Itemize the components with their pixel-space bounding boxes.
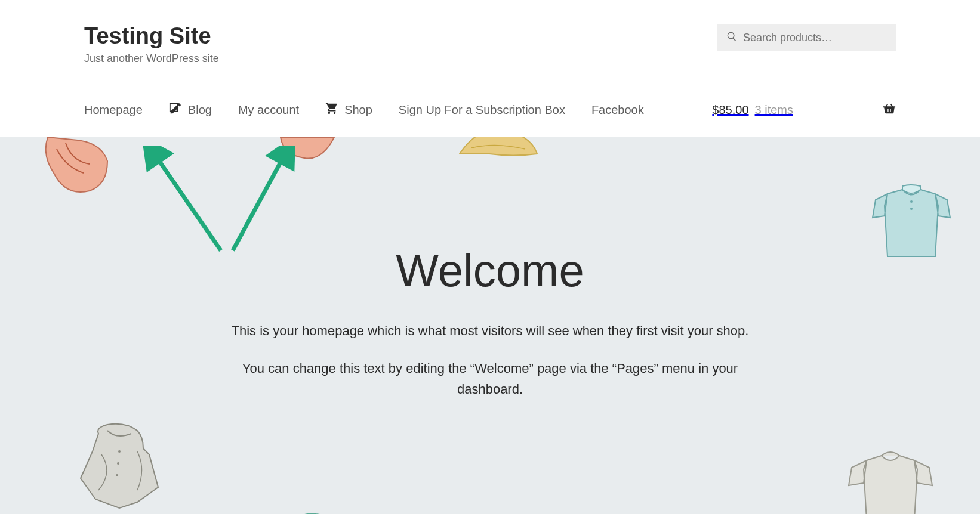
hero-title: Welcome (0, 245, 980, 296)
svg-point-3 (118, 450, 121, 453)
svg-point-2 (910, 208, 913, 210)
nav-label: Homepage (84, 103, 143, 117)
nav-label: Sign Up For a Subscription Box (399, 103, 565, 117)
hero-text-1: This is your homepage which is what most… (227, 320, 753, 341)
search-input[interactable] (743, 32, 886, 44)
site-branding: Testing Site Just another WordPress site (84, 24, 219, 65)
nav-label: Facebook (591, 103, 644, 117)
search-icon (726, 31, 737, 44)
decorative-clothing-sketch (275, 508, 346, 514)
cart-count: 3 items (755, 103, 793, 117)
site-header: Testing Site Just another WordPress site… (0, 0, 980, 137)
decorative-clothing-sketch (36, 137, 119, 209)
nav-item-shop[interactable]: Shop (325, 94, 372, 126)
site-title[interactable]: Testing Site (84, 24, 219, 49)
edit-icon (169, 102, 182, 118)
decorative-clothing-sketch (837, 442, 944, 514)
decorative-clothing-sketch (454, 137, 543, 166)
search-box[interactable] (717, 24, 896, 51)
basket-icon (799, 102, 896, 118)
cart-amount: $85.00 (712, 103, 748, 117)
nav-item-facebook[interactable]: Facebook (591, 95, 644, 125)
hero-text-2: You can change this text by editing the … (227, 358, 753, 400)
decorative-clothing-sketch (861, 173, 962, 274)
nav-label: Blog (188, 103, 212, 117)
site-tagline: Just another WordPress site (84, 52, 219, 65)
svg-point-4 (117, 462, 119, 465)
nav-label: My account (238, 103, 299, 117)
hero-section: Welcome This is your homepage which is w… (0, 137, 980, 514)
nav-item-blog[interactable]: Blog (169, 94, 212, 126)
svg-point-1 (910, 200, 913, 203)
nav-item-homepage[interactable]: Homepage (84, 95, 143, 125)
nav-item-my-account[interactable]: My account (238, 95, 299, 125)
cart-icon (325, 102, 338, 118)
decorative-clothing-sketch (275, 137, 340, 167)
nav-item-subscription[interactable]: Sign Up For a Subscription Box (399, 95, 565, 125)
nav-label: Shop (344, 103, 372, 117)
primary-nav: Homepage Blog My account (84, 94, 896, 126)
decorative-clothing-sketch (66, 419, 173, 514)
cart-summary[interactable]: $85.00 3 items (712, 102, 896, 118)
svg-point-5 (116, 474, 118, 476)
